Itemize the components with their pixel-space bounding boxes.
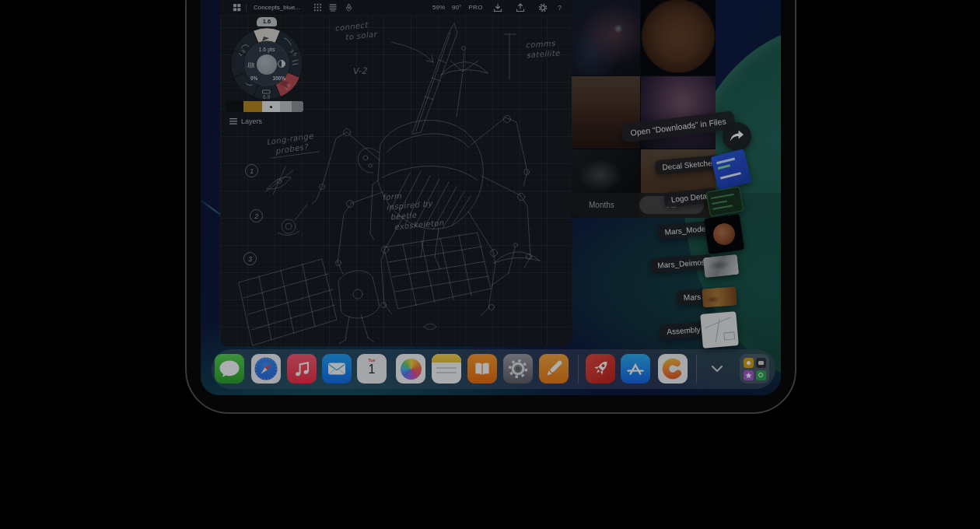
photos-app-panel: Months All <box>572 0 716 218</box>
swatch-gold[interactable] <box>243 101 262 112</box>
layers-button[interactable]: Layers <box>229 117 262 125</box>
rotation-angle[interactable]: 90° <box>452 4 461 11</box>
dock-collapse-chevron[interactable] <box>708 359 726 378</box>
rocket-app-icon[interactable] <box>586 354 615 384</box>
photos-dim-overlay <box>572 0 716 218</box>
dock-divider <box>696 355 697 384</box>
annotation-marker-3: 3 <box>243 252 257 265</box>
calendar-app-icon[interactable]: Tue 1 <box>357 354 387 384</box>
annotation-connect: connect to solar <box>334 19 377 43</box>
opacity-max: 100% <box>272 75 285 81</box>
help-icon[interactable]: ? <box>558 4 562 12</box>
import-icon[interactable] <box>492 2 503 13</box>
tool-wheel-center[interactable]: 1.6 pts 0% 100% <box>244 41 289 86</box>
gallery-grid-icon[interactable] <box>231 2 242 13</box>
layers-menu-icon <box>229 118 237 124</box>
brush-size-label-bottom: 6.9 <box>263 94 270 100</box>
photos-app-icon[interactable] <box>396 354 425 384</box>
active-brush-size-tab[interactable]: 1.6 <box>257 17 277 26</box>
texture-icon <box>247 61 254 68</box>
notes-yellow-strip <box>432 354 461 363</box>
settings-gear-icon[interactable] <box>537 2 548 13</box>
ipad-device-frame: connect to solar comms satellite V-2 Lon… <box>185 0 796 414</box>
layers-stack-icon[interactable] <box>327 2 338 13</box>
safari-app-icon[interactable] <box>251 354 281 384</box>
background: connect to solar comms satellite V-2 Lon… <box>0 0 980 529</box>
chevron-down-icon <box>710 364 724 373</box>
layers-label: Layers <box>241 117 262 125</box>
mars-thumbnail[interactable] <box>702 286 737 307</box>
selected-swatch-dot <box>270 106 272 108</box>
concepts-app-icon[interactable] <box>658 354 688 384</box>
mars-model-thumbnail[interactable] <box>704 214 744 254</box>
mini-star-icon <box>744 370 754 380</box>
assembly-thumbnail[interactable] <box>700 311 739 349</box>
stroke-size-value: 1.6 pts <box>244 47 289 52</box>
mini-tips-icon <box>744 358 754 368</box>
app-library-icon[interactable] <box>740 354 769 384</box>
messages-app-icon[interactable] <box>215 354 244 384</box>
pen-nib-icon[interactable] <box>343 2 354 13</box>
settings-app-icon[interactable] <box>503 354 533 384</box>
books-app-icon[interactable] <box>467 354 497 384</box>
annotation-marker-1: 1 <box>245 164 258 177</box>
swatch-light-gray[interactable] <box>280 101 292 112</box>
brush-tool-wheel[interactable]: 1.6 <box>230 17 303 100</box>
dock-divider <box>578 355 579 384</box>
zoom-level[interactable]: 59% <box>432 4 445 11</box>
annotation-version: V-2 <box>352 66 368 78</box>
mini-camera-icon <box>756 358 766 368</box>
app-store-icon[interactable] <box>621 354 650 384</box>
annotation-form: form inspired by beetle exoskeleton <box>382 187 444 233</box>
export-icon[interactable] <box>515 2 526 13</box>
swatch-white-selected[interactable] <box>262 101 280 112</box>
opacity-min: 0% <box>250 75 257 81</box>
toolbar-divider <box>246 4 247 12</box>
swatch-black[interactable] <box>226 101 243 112</box>
mail-app-icon[interactable] <box>322 354 352 384</box>
tab-months[interactable]: Months <box>589 193 614 218</box>
toolbar-right-group: 59% 90° PRO ? <box>432 2 562 13</box>
contrast-icon <box>278 60 285 68</box>
mars-deimos-thumbnail[interactable] <box>703 254 739 278</box>
tool-wheel-knob[interactable] <box>257 54 277 75</box>
music-app-icon[interactable] <box>287 354 317 384</box>
ipad-screen: connect to solar comms satellite V-2 Lon… <box>201 0 781 395</box>
color-swatch-bar <box>226 101 303 112</box>
notes-app-icon[interactable] <box>432 354 461 384</box>
mini-timer-icon <box>756 370 766 380</box>
concepts-toolbar: Concepts_blue... 59% 90° PRO <box>220 0 572 16</box>
sketch-pen-app-icon[interactable] <box>539 354 569 384</box>
forward-arrow-icon <box>730 130 744 143</box>
pro-badge[interactable]: PRO <box>468 4 483 11</box>
share-forward-button[interactable] <box>723 122 751 151</box>
concepts-app-window: connect to solar comms satellite V-2 Lon… <box>220 0 572 346</box>
calendar-day: 1 <box>357 363 387 377</box>
dock: Tue 1 <box>212 349 775 389</box>
swatch-gray[interactable] <box>292 101 303 112</box>
photos-flower-icon <box>401 359 422 380</box>
annotation-comms: comms satellite <box>525 38 560 61</box>
annotation-marker-2: 2 <box>250 209 263 222</box>
precision-dots-icon[interactable] <box>312 2 323 13</box>
document-title[interactable]: Concepts_blue... <box>254 4 300 11</box>
